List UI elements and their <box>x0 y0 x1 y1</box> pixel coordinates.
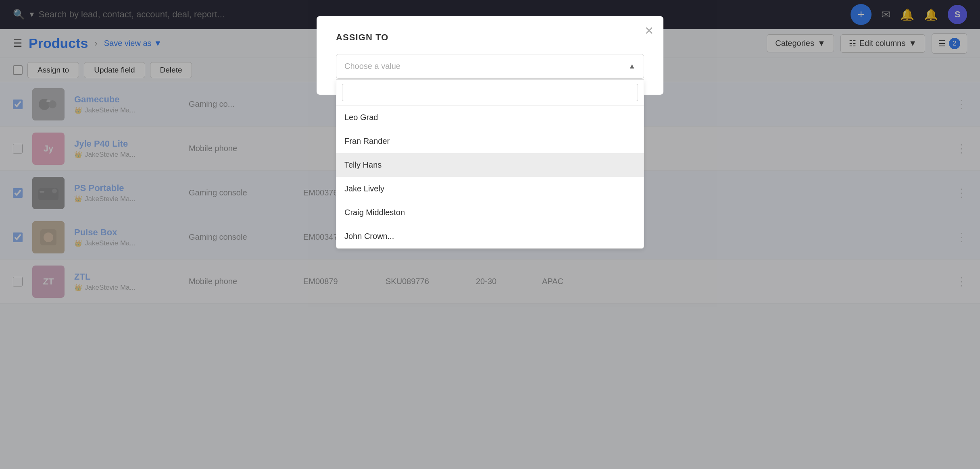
dropdown-menu: Leo Grad Fran Rander Telly Hans Jake Liv… <box>336 79 644 249</box>
dropdown-placeholder: Choose a value <box>344 62 400 71</box>
assign-to-modal: ASSIGN TO ✕ Choose a value ▲ Leo Grad Fr… <box>317 16 663 95</box>
dropdown-select[interactable]: Choose a value ▲ <box>336 54 644 79</box>
modal-overlay: ASSIGN TO ✕ Choose a value ▲ Leo Grad Fr… <box>0 0 980 469</box>
dropdown-item-fran-rander[interactable]: Fran Rander <box>336 129 644 153</box>
dropdown-search[interactable] <box>336 80 644 106</box>
modal-close-button[interactable]: ✕ <box>644 24 654 37</box>
dropdown-item-jake-lively[interactable]: Jake Lively <box>336 177 644 201</box>
modal-title: ASSIGN TO <box>336 32 644 43</box>
dropdown-search-input[interactable] <box>342 84 638 101</box>
dropdown-item-craig-middleston[interactable]: Craig Middleston <box>336 201 644 224</box>
dropdown-item-telly-hans[interactable]: Telly Hans <box>336 153 644 177</box>
dropdown-item-john-crown[interactable]: John Crown... <box>336 224 644 248</box>
assign-to-dropdown: Choose a value ▲ Leo Grad Fran Rander Te… <box>336 54 644 79</box>
dropdown-chevron-icon: ▲ <box>628 62 636 71</box>
dropdown-item-leo-grad[interactable]: Leo Grad <box>336 106 644 129</box>
